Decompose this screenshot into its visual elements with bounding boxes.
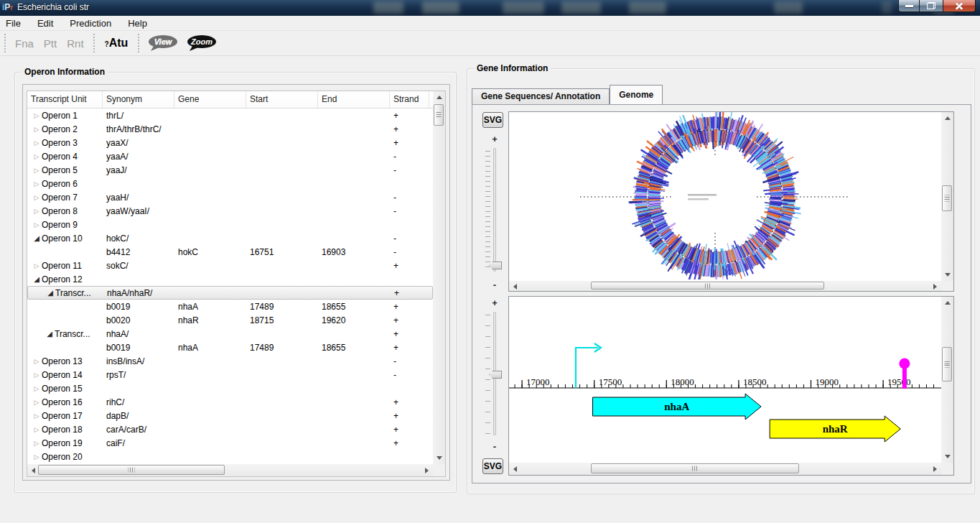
linear-genome-plot[interactable]: 170001750018000185001900019500nhaAnhaR [509, 297, 941, 463]
scrollbar-thumb[interactable] [434, 104, 444, 126]
minimize-button[interactable] [898, 0, 920, 12]
tab-genome[interactable]: Genome [610, 85, 663, 104]
expand-icon[interactable]: ▷ [32, 261, 42, 271]
table-row[interactable]: ▷Operon 9 [27, 218, 433, 231]
table-row[interactable]: ▷Operon 20 [27, 450, 433, 463]
scrollbar-thumb[interactable] [942, 347, 952, 381]
column-header-end[interactable]: End [318, 91, 390, 108]
expand-icon[interactable]: ▷ [32, 425, 42, 435]
scroll-right-button[interactable] [421, 464, 433, 476]
circular-genome-plot[interactable] [509, 112, 941, 279]
ruler-label: 18500 [743, 376, 767, 387]
scroll-up-button[interactable] [433, 91, 445, 103]
collapse-icon[interactable]: ◢ [32, 274, 42, 284]
expand-icon[interactable]: ▷ [32, 438, 42, 448]
linear-horizontal-scrollbar[interactable] [509, 463, 941, 475]
column-header-synonym[interactable]: Synonym [103, 91, 174, 108]
table-row[interactable]: ▷Operon 18carA/carB/+ [27, 422, 433, 436]
zoom-slider-handle-circular[interactable] [489, 262, 502, 269]
table-row[interactable]: ▷Operon 19caiF/+ [27, 436, 433, 450]
scrollbar-thumb[interactable] [38, 465, 225, 475]
table-row[interactable]: ◢Operon 10hokC/- [27, 231, 433, 245]
table-row[interactable]: ▷Operon 13insB/insA/- [27, 354, 433, 368]
scroll-left-button[interactable] [509, 463, 521, 475]
collapse-icon[interactable]: ◢ [45, 329, 55, 339]
atu-button[interactable]: ?Atu [105, 37, 129, 50]
table-row[interactable]: ▷Operon 15 [27, 381, 433, 395]
column-header-transcript-unit[interactable]: Transcript Unit [27, 91, 103, 108]
view-button[interactable]: View [148, 34, 178, 52]
table-row[interactable]: ▷Operon 7yaaH/- [27, 190, 433, 204]
table-row[interactable]: b0019nhaA1748918655+ [27, 341, 433, 354]
column-header-strand[interactable]: Strand [390, 91, 429, 108]
rnt-button[interactable]: Rnt [67, 37, 83, 50]
svg-export-button-linear[interactable]: SVG [482, 458, 503, 474]
expand-icon[interactable]: ▷ [32, 124, 42, 134]
expand-icon[interactable]: ▷ [32, 397, 42, 407]
scrollbar-thumb[interactable] [591, 282, 824, 290]
expand-icon[interactable]: ▷ [32, 452, 42, 462]
table-row[interactable]: ▷Operon 2thrA/thrB/thrC/+ [27, 122, 433, 136]
scrollbar-thumb[interactable] [942, 185, 952, 211]
expand-icon[interactable]: ▷ [32, 384, 42, 394]
menu-edit[interactable]: Edit [37, 17, 61, 30]
table-row[interactable]: ▷Operon 8yaaW/yaaI/- [27, 204, 433, 218]
table-row[interactable]: ▷Operon 3yaaX/+ [27, 136, 433, 149]
collapse-icon[interactable]: ◢ [32, 233, 42, 244]
collapse-icon[interactable]: ◢ [45, 288, 55, 298]
table-row[interactable]: ▷Operon 16rihC/+ [27, 395, 433, 409]
expand-icon[interactable]: ▷ [32, 179, 42, 189]
zoom-slider-circular[interactable] [493, 148, 496, 272]
table-row[interactable]: ▷Operon 11sokC/+ [27, 259, 433, 272]
table-row[interactable]: ▷Operon 5yaaJ/- [27, 163, 433, 177]
scroll-right-button[interactable] [929, 463, 941, 475]
scroll-right-button[interactable] [929, 280, 941, 292]
scroll-up-button[interactable] [941, 112, 953, 124]
expand-icon[interactable]: ▷ [32, 138, 42, 148]
fna-button[interactable]: Fna [15, 37, 34, 50]
tab-gene-sequences-annotation[interactable]: Gene Sequences/ Annotation [472, 88, 610, 104]
expand-icon[interactable]: ▷ [32, 152, 42, 162]
table-row[interactable]: ▷Operon 1thrL/+ [27, 108, 433, 122]
table-row[interactable]: b0019nhaA1748918655+ [27, 300, 433, 313]
table-row[interactable]: ▷Operon 17dapB/+ [27, 409, 433, 422]
expand-icon[interactable]: ▷ [32, 165, 42, 175]
svg-export-button-circular[interactable]: SVG [482, 112, 503, 128]
scroll-left-button[interactable] [509, 280, 521, 292]
expand-icon[interactable]: ▷ [32, 193, 42, 203]
expand-icon[interactable]: ▷ [32, 111, 42, 121]
table-row[interactable]: ◢Transcr...nhaA/nhaR/+ [27, 286, 433, 300]
ptt-button[interactable]: Ptt [44, 37, 57, 50]
table-row[interactable]: ◢Operon 12 [27, 272, 433, 286]
menu-file[interactable]: File [6, 17, 29, 30]
table-row[interactable]: b0020nhaR1871519620+ [27, 313, 433, 327]
table-row[interactable]: ▷Operon 4yaaA/- [27, 149, 433, 163]
scroll-down-button[interactable] [941, 269, 953, 281]
scroll-down-button[interactable] [433, 452, 445, 464]
scroll-up-button[interactable] [941, 297, 953, 309]
close-button[interactable] [943, 0, 976, 12]
circular-horizontal-scrollbar[interactable] [509, 281, 941, 291]
circular-vertical-scrollbar[interactable] [941, 112, 953, 281]
scroll-down-button[interactable] [941, 450, 953, 463]
scrollbar-thumb[interactable] [591, 463, 799, 473]
expand-icon[interactable]: ▷ [32, 356, 42, 366]
table-row[interactable]: b4412hokC1675116903- [27, 245, 433, 259]
expand-icon[interactable]: ▷ [32, 370, 42, 380]
table-horizontal-scrollbar[interactable] [27, 464, 433, 476]
menu-help[interactable]: Help [128, 17, 155, 30]
linear-vertical-scrollbar[interactable] [941, 297, 953, 463]
expand-icon[interactable]: ▷ [32, 220, 42, 230]
table-row[interactable]: ◢Transcr...nhaA/+ [27, 327, 433, 341]
table-row[interactable]: ▷Operon 14rpsT/- [27, 368, 433, 381]
zoom-button[interactable]: Zoom [187, 34, 217, 52]
column-header-start[interactable]: Start [246, 91, 318, 108]
column-header-gene[interactable]: Gene [174, 91, 246, 108]
zoom-slider-handle-linear[interactable] [489, 371, 502, 379]
restore-button[interactable] [920, 0, 943, 12]
expand-icon[interactable]: ▷ [32, 206, 42, 216]
table-vertical-scrollbar[interactable] [433, 91, 445, 464]
table-row[interactable]: ▷Operon 6 [27, 177, 433, 190]
menu-prediction[interactable]: Prediction [70, 17, 119, 30]
expand-icon[interactable]: ▷ [32, 411, 42, 421]
